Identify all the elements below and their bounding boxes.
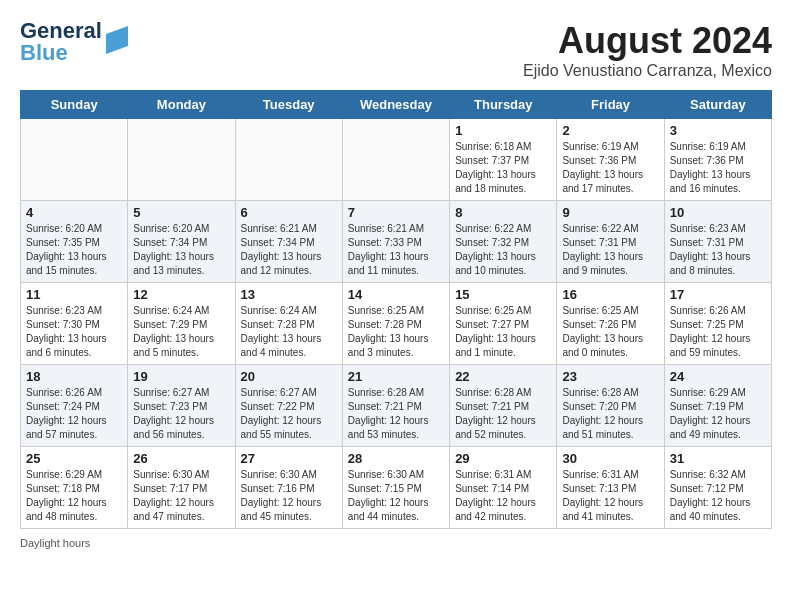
day-info: Sunrise: 6:31 AMSunset: 7:13 PMDaylight:… bbox=[562, 468, 658, 524]
calendar-day: 27Sunrise: 6:30 AMSunset: 7:16 PMDayligh… bbox=[235, 447, 342, 529]
logo: General Blue bbox=[20, 20, 128, 64]
day-number: 4 bbox=[26, 205, 122, 220]
day-of-week-header: Wednesday bbox=[342, 91, 449, 119]
day-number: 12 bbox=[133, 287, 229, 302]
calendar-day: 18Sunrise: 6:26 AMSunset: 7:24 PMDayligh… bbox=[21, 365, 128, 447]
day-info: Sunrise: 6:22 AMSunset: 7:32 PMDaylight:… bbox=[455, 222, 551, 278]
day-info: Sunrise: 6:21 AMSunset: 7:33 PMDaylight:… bbox=[348, 222, 444, 278]
day-number: 28 bbox=[348, 451, 444, 466]
day-number: 6 bbox=[241, 205, 337, 220]
day-number: 2 bbox=[562, 123, 658, 138]
calendar-day: 23Sunrise: 6:28 AMSunset: 7:20 PMDayligh… bbox=[557, 365, 664, 447]
day-info: Sunrise: 6:28 AMSunset: 7:21 PMDaylight:… bbox=[348, 386, 444, 442]
day-of-week-header: Sunday bbox=[21, 91, 128, 119]
calendar-day: 15Sunrise: 6:25 AMSunset: 7:27 PMDayligh… bbox=[450, 283, 557, 365]
day-info: Sunrise: 6:24 AMSunset: 7:28 PMDaylight:… bbox=[241, 304, 337, 360]
daylight-hours-label: Daylight hours bbox=[20, 537, 90, 549]
day-number: 31 bbox=[670, 451, 766, 466]
day-info: Sunrise: 6:32 AMSunset: 7:12 PMDaylight:… bbox=[670, 468, 766, 524]
day-info: Sunrise: 6:29 AMSunset: 7:18 PMDaylight:… bbox=[26, 468, 122, 524]
calendar-day: 13Sunrise: 6:24 AMSunset: 7:28 PMDayligh… bbox=[235, 283, 342, 365]
day-info: Sunrise: 6:19 AMSunset: 7:36 PMDaylight:… bbox=[562, 140, 658, 196]
calendar-day: 22Sunrise: 6:28 AMSunset: 7:21 PMDayligh… bbox=[450, 365, 557, 447]
calendar-day-empty bbox=[128, 119, 235, 201]
day-of-week-header: Saturday bbox=[664, 91, 771, 119]
calendar-day: 19Sunrise: 6:27 AMSunset: 7:23 PMDayligh… bbox=[128, 365, 235, 447]
calendar-day: 11Sunrise: 6:23 AMSunset: 7:30 PMDayligh… bbox=[21, 283, 128, 365]
calendar-day-empty bbox=[342, 119, 449, 201]
calendar-day: 7Sunrise: 6:21 AMSunset: 7:33 PMDaylight… bbox=[342, 201, 449, 283]
day-info: Sunrise: 6:26 AMSunset: 7:25 PMDaylight:… bbox=[670, 304, 766, 360]
day-number: 3 bbox=[670, 123, 766, 138]
day-number: 30 bbox=[562, 451, 658, 466]
calendar-day: 2Sunrise: 6:19 AMSunset: 7:36 PMDaylight… bbox=[557, 119, 664, 201]
calendar-header: SundayMondayTuesdayWednesdayThursdayFrid… bbox=[21, 91, 772, 119]
day-number: 13 bbox=[241, 287, 337, 302]
days-of-week-row: SundayMondayTuesdayWednesdayThursdayFrid… bbox=[21, 91, 772, 119]
day-of-week-header: Friday bbox=[557, 91, 664, 119]
day-number: 16 bbox=[562, 287, 658, 302]
day-number: 10 bbox=[670, 205, 766, 220]
day-number: 21 bbox=[348, 369, 444, 384]
calendar-day: 6Sunrise: 6:21 AMSunset: 7:34 PMDaylight… bbox=[235, 201, 342, 283]
week-row: 1Sunrise: 6:18 AMSunset: 7:37 PMDaylight… bbox=[21, 119, 772, 201]
logo-general: General bbox=[20, 20, 102, 42]
day-info: Sunrise: 6:21 AMSunset: 7:34 PMDaylight:… bbox=[241, 222, 337, 278]
day-number: 1 bbox=[455, 123, 551, 138]
day-info: Sunrise: 6:20 AMSunset: 7:35 PMDaylight:… bbox=[26, 222, 122, 278]
day-number: 9 bbox=[562, 205, 658, 220]
day-info: Sunrise: 6:31 AMSunset: 7:14 PMDaylight:… bbox=[455, 468, 551, 524]
day-of-week-header: Thursday bbox=[450, 91, 557, 119]
calendar-day: 12Sunrise: 6:24 AMSunset: 7:29 PMDayligh… bbox=[128, 283, 235, 365]
calendar-day: 28Sunrise: 6:30 AMSunset: 7:15 PMDayligh… bbox=[342, 447, 449, 529]
page-container: General Blue August 2024 Ejido Venustian… bbox=[20, 20, 772, 549]
calendar-day: 25Sunrise: 6:29 AMSunset: 7:18 PMDayligh… bbox=[21, 447, 128, 529]
calendar-table: SundayMondayTuesdayWednesdayThursdayFrid… bbox=[20, 90, 772, 529]
day-number: 25 bbox=[26, 451, 122, 466]
calendar-day-empty bbox=[21, 119, 128, 201]
main-title: August 2024 bbox=[523, 20, 772, 62]
day-number: 14 bbox=[348, 287, 444, 302]
day-number: 23 bbox=[562, 369, 658, 384]
day-info: Sunrise: 6:28 AMSunset: 7:21 PMDaylight:… bbox=[455, 386, 551, 442]
calendar-day: 20Sunrise: 6:27 AMSunset: 7:22 PMDayligh… bbox=[235, 365, 342, 447]
day-info: Sunrise: 6:19 AMSunset: 7:36 PMDaylight:… bbox=[670, 140, 766, 196]
day-info: Sunrise: 6:23 AMSunset: 7:31 PMDaylight:… bbox=[670, 222, 766, 278]
day-number: 29 bbox=[455, 451, 551, 466]
day-info: Sunrise: 6:30 AMSunset: 7:17 PMDaylight:… bbox=[133, 468, 229, 524]
day-number: 19 bbox=[133, 369, 229, 384]
logo-blue: Blue bbox=[20, 42, 102, 64]
day-info: Sunrise: 6:25 AMSunset: 7:28 PMDaylight:… bbox=[348, 304, 444, 360]
calendar-day: 5Sunrise: 6:20 AMSunset: 7:34 PMDaylight… bbox=[128, 201, 235, 283]
calendar-day: 9Sunrise: 6:22 AMSunset: 7:31 PMDaylight… bbox=[557, 201, 664, 283]
day-info: Sunrise: 6:27 AMSunset: 7:22 PMDaylight:… bbox=[241, 386, 337, 442]
calendar-day: 29Sunrise: 6:31 AMSunset: 7:14 PMDayligh… bbox=[450, 447, 557, 529]
calendar-day: 30Sunrise: 6:31 AMSunset: 7:13 PMDayligh… bbox=[557, 447, 664, 529]
day-info: Sunrise: 6:24 AMSunset: 7:29 PMDaylight:… bbox=[133, 304, 229, 360]
day-info: Sunrise: 6:22 AMSunset: 7:31 PMDaylight:… bbox=[562, 222, 658, 278]
subtitle: Ejido Venustiano Carranza, Mexico bbox=[523, 62, 772, 80]
day-number: 24 bbox=[670, 369, 766, 384]
day-info: Sunrise: 6:25 AMSunset: 7:26 PMDaylight:… bbox=[562, 304, 658, 360]
day-number: 15 bbox=[455, 287, 551, 302]
day-number: 18 bbox=[26, 369, 122, 384]
day-number: 22 bbox=[455, 369, 551, 384]
calendar-day: 17Sunrise: 6:26 AMSunset: 7:25 PMDayligh… bbox=[664, 283, 771, 365]
day-of-week-header: Monday bbox=[128, 91, 235, 119]
day-info: Sunrise: 6:18 AMSunset: 7:37 PMDaylight:… bbox=[455, 140, 551, 196]
day-info: Sunrise: 6:27 AMSunset: 7:23 PMDaylight:… bbox=[133, 386, 229, 442]
calendar-day: 31Sunrise: 6:32 AMSunset: 7:12 PMDayligh… bbox=[664, 447, 771, 529]
day-number: 7 bbox=[348, 205, 444, 220]
logo-icon bbox=[106, 26, 128, 54]
day-info: Sunrise: 6:26 AMSunset: 7:24 PMDaylight:… bbox=[26, 386, 122, 442]
day-info: Sunrise: 6:25 AMSunset: 7:27 PMDaylight:… bbox=[455, 304, 551, 360]
day-number: 27 bbox=[241, 451, 337, 466]
day-info: Sunrise: 6:23 AMSunset: 7:30 PMDaylight:… bbox=[26, 304, 122, 360]
calendar-day: 10Sunrise: 6:23 AMSunset: 7:31 PMDayligh… bbox=[664, 201, 771, 283]
calendar-day: 3Sunrise: 6:19 AMSunset: 7:36 PMDaylight… bbox=[664, 119, 771, 201]
calendar-day: 16Sunrise: 6:25 AMSunset: 7:26 PMDayligh… bbox=[557, 283, 664, 365]
calendar-day: 8Sunrise: 6:22 AMSunset: 7:32 PMDaylight… bbox=[450, 201, 557, 283]
footer-note: Daylight hours bbox=[20, 537, 772, 549]
day-info: Sunrise: 6:28 AMSunset: 7:20 PMDaylight:… bbox=[562, 386, 658, 442]
calendar-day: 26Sunrise: 6:30 AMSunset: 7:17 PMDayligh… bbox=[128, 447, 235, 529]
